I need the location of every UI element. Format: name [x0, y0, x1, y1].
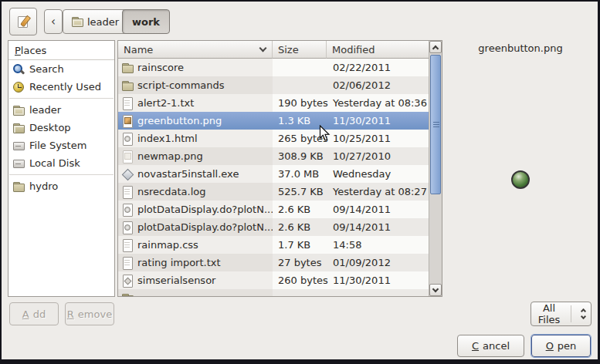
column-header-name[interactable]: Name [118, 41, 273, 59]
sidebar-item-label: Recently Used [29, 81, 101, 93]
back-button[interactable]: ‹ [44, 9, 63, 34]
back-icon: ‹ [51, 15, 56, 29]
path-button-label: leader [87, 16, 119, 28]
file-size [273, 76, 327, 94]
desktop-folder-icon [12, 122, 25, 134]
places-panel: Places Search Recently Used leader Deskt… [8, 40, 115, 297]
add-button[interactable]: Add [9, 302, 59, 325]
file-size [273, 289, 327, 296]
folder-icon [121, 79, 134, 92]
folder-icon [121, 62, 134, 74]
table-row[interactable]: nsrecdata.log 525.7 KB Yesterday at 08:2… [118, 183, 429, 201]
path-button-leader[interactable]: leader [63, 9, 127, 34]
file-name: greenbutton.png [137, 115, 222, 126]
file-type-filter-dropdown[interactable]: All Files [531, 302, 592, 326]
column-header-size[interactable]: Size [273, 41, 327, 59]
file-modified: Yesterday at 08:27 [327, 183, 429, 201]
table-row[interactable]: newmap.png 308.9 KB 10/27/2010 [118, 147, 429, 165]
file-list-panel: Name Size Modified rainscore 02/22/2011 … [117, 40, 442, 297]
separator [571, 305, 571, 322]
type-filename-toggle-button[interactable] [9, 8, 37, 35]
file-name: nsrecdata.log [137, 186, 205, 197]
file-size: 2.6 KB [273, 218, 327, 236]
file-modified [327, 289, 429, 296]
table-row[interactable]: rating import.txt 27 bytes 01/09/2012 [118, 254, 429, 271]
separator [9, 98, 114, 99]
scroll-up-button[interactable] [429, 41, 442, 53]
path-button-work[interactable]: work [122, 9, 170, 34]
column-header-modified[interactable]: Modified [327, 41, 429, 59]
table-row[interactable]: alert2-1.txt 190 bytes Yesterday at 08:3… [118, 94, 429, 112]
column-header-row: Name Size Modified [118, 41, 429, 59]
scroll-down-button[interactable] [429, 284, 442, 296]
html-file-icon [121, 133, 134, 145]
sidebar-item-label: leader [29, 104, 61, 116]
text-file-icon [121, 97, 134, 110]
file-name: rainmap.css [137, 239, 198, 251]
folder-icon [12, 180, 25, 193]
table-row-partial[interactable] [118, 289, 429, 296]
places-header: Places [8, 41, 114, 60]
sidebar-item-desktop[interactable]: Desktop [8, 119, 114, 136]
sidebar-item-hydro[interactable]: hydro [8, 177, 114, 195]
file-size: 27 bytes [273, 254, 327, 271]
table-row[interactable]: novastar5install.exe 37.0 MB Wednesday [118, 165, 429, 183]
file-size: 37.0 MB [273, 165, 327, 183]
clock-icon [12, 81, 25, 93]
table-row[interactable]: simserialsensor 260 bytes 11/30/2011 [118, 271, 429, 289]
combo-arrows-icon [575, 308, 591, 320]
sidebar-item-local-disk[interactable]: Local Disk [8, 154, 114, 172]
file-modified: 02/22/2011 [327, 59, 429, 76]
sort-indicator-icon [259, 44, 267, 52]
file-name: index1.html [137, 133, 198, 144]
table-row[interactable]: rainscore 02/22/2011 [118, 59, 429, 76]
scrollbar-grip [433, 122, 439, 128]
scrollbar-thumb[interactable] [430, 55, 441, 194]
executable-file-icon [121, 168, 134, 180]
sidebar-item-recently-used[interactable]: Recently Used [8, 78, 114, 96]
table-row-selected[interactable]: greenbutton.png 1.3 KB 11/30/2011 [118, 112, 429, 130]
file-modified: 09/14/2011 [327, 218, 429, 236]
image-file-icon [121, 150, 134, 163]
home-folder-icon [12, 104, 25, 116]
file-size: 525.7 KB [273, 183, 327, 201]
sidebar-item-leader[interactable]: leader [8, 101, 114, 119]
file-name: rainscore [137, 62, 184, 73]
cancel-button[interactable]: Cancel [457, 335, 524, 357]
sidebar-item-label: Desktop [29, 122, 71, 133]
vertical-scrollbar[interactable] [429, 41, 442, 296]
file-size: 1.7 KB [273, 236, 327, 254]
home-folder-icon [71, 15, 83, 28]
folder-icon [121, 292, 134, 297]
remove-button[interactable]: Remove [65, 302, 114, 325]
file-size: 265 bytes [273, 130, 327, 147]
table-row[interactable]: index1.html 265 bytes 10/25/2011 [118, 130, 429, 147]
sidebar-item-label: Local Disk [29, 157, 80, 169]
table-row[interactable]: rainmap.css 1.7 KB 14:58 [118, 236, 429, 254]
chevron-up-icon [432, 45, 439, 51]
separator [9, 174, 114, 175]
table-row[interactable]: plotDataDisplay.do?plotN... 2.6 KB 09/14… [118, 201, 429, 218]
html-file-icon [121, 204, 134, 216]
preview-filename: greenbutton.png [446, 42, 595, 54]
edit-location-icon [17, 15, 29, 28]
table-row[interactable]: script-commands 02/06/2012 [118, 76, 429, 94]
sidebar-item-file-system[interactable]: File System [8, 136, 114, 154]
path-button-label: work [132, 16, 160, 28]
file-modified: Wednesday [327, 165, 429, 183]
file-chooser-dialog: ‹ leader work Places Search Recently Use… [0, 0, 600, 364]
search-icon [12, 63, 25, 76]
text-file-icon [121, 186, 134, 198]
file-rows: rainscore 02/22/2011 script-commands 02/… [118, 59, 429, 296]
file-modified: 10/27/2010 [327, 147, 429, 165]
open-button[interactable]: Open [531, 335, 591, 357]
text-file-icon [121, 257, 134, 269]
unknown-file-icon [121, 275, 134, 287]
sidebar-item-search[interactable]: Search [8, 60, 114, 78]
file-modified: 11/30/2011 [327, 271, 429, 289]
file-modified: 11/30/2011 [327, 112, 429, 130]
image-file-icon [121, 115, 134, 127]
file-name: alert2-1.txt [137, 97, 194, 109]
text-file-icon [121, 239, 134, 251]
table-row[interactable]: plotDataDisplay.do?plotN... 2.6 KB 09/14… [118, 218, 429, 236]
